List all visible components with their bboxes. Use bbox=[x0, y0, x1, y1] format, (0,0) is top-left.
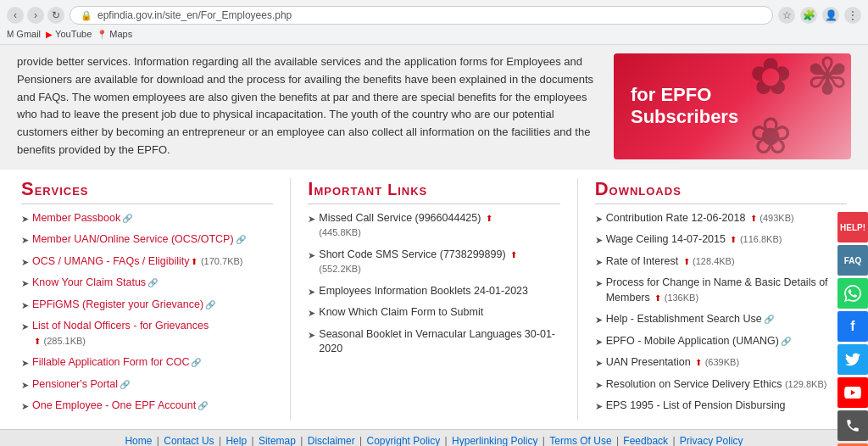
external-icon: 🔗 bbox=[120, 380, 130, 389]
umang-link[interactable]: EPFO - Mobile Application (UMANG) bbox=[606, 335, 779, 347]
banner-subscribers: Subscribers bbox=[631, 106, 738, 128]
columns-section: Services ➤ Member Passbook🔗 ➤ Member UAN… bbox=[0, 168, 868, 429]
missed-call-link[interactable]: Missed Call Service (9966044425) bbox=[319, 212, 481, 224]
list-item: ➤ Short Code SMS Service (7738299899) ⬆ … bbox=[308, 248, 559, 277]
copyright-link[interactable]: Copyright Policy bbox=[367, 435, 441, 446]
pensioners-portal-link[interactable]: Pensioner's Portal bbox=[32, 378, 118, 390]
contact-link[interactable]: Contact Us bbox=[164, 435, 214, 446]
list-item: ➤ Employees Information Booklets 24-01-2… bbox=[308, 284, 559, 299]
list-item: ➤ Resolution on Service Delivery Ethics … bbox=[595, 377, 847, 393]
info-booklets-link[interactable]: Employees Information Booklets 24-01-202… bbox=[319, 285, 528, 297]
member-passbook-link[interactable]: Member Passbook bbox=[32, 212, 120, 224]
banner-for: for EPFO bbox=[631, 84, 711, 106]
profile-button[interactable]: 👤 bbox=[822, 7, 839, 24]
whatsapp-button[interactable] bbox=[837, 278, 868, 309]
arrow-icon: ➤ bbox=[21, 256, 29, 269]
hyperlinking-link[interactable]: Hyperlinking Policy bbox=[452, 435, 537, 446]
disclaimer-link[interactable]: Disclaimer bbox=[308, 435, 355, 446]
bookmark-gmail[interactable]: M Gmail bbox=[7, 29, 41, 39]
sms-service-link[interactable]: Short Code SMS Service (7738299899) bbox=[319, 248, 505, 260]
separator: | bbox=[251, 435, 256, 446]
downloads-column: Downloads ➤ Contribution Rate 12-06-2018… bbox=[591, 178, 851, 421]
arrow-icon: ➤ bbox=[308, 329, 315, 342]
faq-sidebar-button[interactable]: FAQ bbox=[837, 245, 868, 276]
intro-text: provide better services. Information reg… bbox=[17, 53, 597, 159]
claim-status-link[interactable]: Know Your Claim Status bbox=[32, 276, 146, 288]
footer-nav: Home | Contact Us | Help | Sitemap | Dis… bbox=[0, 429, 868, 446]
arrow-icon: ➤ bbox=[21, 213, 29, 226]
list-item: ➤ One Employee - One EPF Account🔗 bbox=[21, 399, 273, 414]
forward-button[interactable]: › bbox=[27, 7, 44, 24]
one-employee-link[interactable]: One Employee - One EPF Account bbox=[32, 399, 196, 411]
sitemap-link[interactable]: Sitemap bbox=[259, 435, 296, 446]
separator: | bbox=[300, 435, 305, 446]
separator: | bbox=[542, 435, 548, 446]
pdf-icon: ⬆ bbox=[654, 293, 661, 303]
column-divider bbox=[577, 178, 578, 421]
arrow-icon: ➤ bbox=[595, 379, 603, 392]
separator: | bbox=[157, 435, 162, 446]
separator: | bbox=[359, 435, 364, 446]
claim-form-link[interactable]: Know Which Claim Form to Submit bbox=[319, 306, 483, 318]
uan-link[interactable]: Member UAN/Online Service (OCS/OTCP) bbox=[32, 233, 234, 245]
list-item: ➤ Know Your Claim Status🔗 bbox=[21, 276, 273, 291]
seasonal-booklet-link[interactable]: Seasonal Booklet in Vernacular Languages… bbox=[319, 328, 555, 355]
help-link[interactable]: Help bbox=[225, 435, 247, 446]
eps-list-link[interactable]: EPS 1995 - List of Pension Disbursing bbox=[606, 399, 786, 411]
address-bar[interactable]: 🔒 epfindia.gov.in/site_en/For_Employees.… bbox=[70, 6, 773, 25]
arrow-icon: ➤ bbox=[308, 249, 315, 262]
reload-button[interactable]: ↻ bbox=[47, 7, 64, 24]
twitter-button[interactable] bbox=[837, 344, 868, 375]
uan-presentation-link[interactable]: UAN Presentation bbox=[606, 356, 691, 368]
facebook-button[interactable]: f bbox=[837, 311, 868, 342]
arrow-icon: ➤ bbox=[21, 379, 29, 392]
services-title: Services bbox=[21, 178, 273, 204]
arrow-icon: ➤ bbox=[595, 314, 603, 326]
extensions-button[interactable]: 🧩 bbox=[800, 7, 817, 24]
pdf-icon: ⬆ bbox=[750, 214, 757, 223]
list-item: ➤ Rate of Interest ⬆ (128.4KB) bbox=[595, 254, 847, 270]
help-sidebar-button[interactable]: HELP! bbox=[837, 212, 868, 243]
arrow-icon: ➤ bbox=[595, 234, 603, 247]
resolution-link[interactable]: Resolution on Service Delivery Ethics bbox=[606, 378, 782, 390]
phone-button[interactable] bbox=[837, 410, 868, 441]
column-divider bbox=[290, 178, 291, 421]
top-section: provide better services. Information reg… bbox=[0, 45, 868, 168]
arrow-icon: ➤ bbox=[21, 321, 29, 333]
bookmark-maps[interactable]: 📍 Maps bbox=[97, 29, 132, 39]
bookmark-button[interactable]: ☆ bbox=[778, 7, 795, 24]
rate-interest-link[interactable]: Rate of Interest bbox=[606, 255, 678, 267]
separator: | bbox=[672, 435, 677, 446]
gmail-icon: M bbox=[7, 30, 14, 39]
back-button[interactable]: ‹ bbox=[7, 7, 24, 24]
maps-label: Maps bbox=[109, 29, 132, 39]
arrow-icon: ➤ bbox=[21, 277, 29, 290]
feedback-link[interactable]: Feedback bbox=[623, 435, 668, 446]
gmail-label: Gmail bbox=[16, 29, 41, 39]
nodal-officers-link[interactable]: List of Nodal Officers - for Grievances bbox=[32, 320, 209, 332]
ocs-link[interactable]: OCS / UMANG - FAQs / Eligibility bbox=[32, 255, 189, 267]
change-name-link[interactable]: Process for Change in Name & Basic Detai… bbox=[606, 276, 828, 304]
bookmark-youtube[interactable]: ▶ YouTube bbox=[46, 29, 92, 39]
youtube-label: YouTube bbox=[55, 29, 92, 39]
list-item: ➤ Help - Establishment Search Use🔗 bbox=[595, 312, 847, 327]
list-item: ➤ Member UAN/Online Service (OCS/OTCP)🔗 bbox=[21, 232, 273, 248]
downloads-title: Downloads bbox=[595, 178, 847, 204]
terms-link[interactable]: Terms Of Use bbox=[549, 435, 611, 446]
coc-form-link[interactable]: Fillable Application Form for COC bbox=[32, 356, 189, 368]
arrow-icon: ➤ bbox=[21, 234, 29, 247]
external-icon: 🔗 bbox=[147, 278, 158, 287]
important-links-title: Important Links bbox=[308, 178, 559, 204]
privacy-link[interactable]: Privacy Policy bbox=[680, 435, 743, 446]
epfigms-link[interactable]: EPFiGMS (Register your Grievance) bbox=[32, 298, 203, 310]
menu-button[interactable]: ⋮ bbox=[844, 7, 861, 24]
youtube-button[interactable] bbox=[837, 377, 868, 408]
important-links-column: Important Links ➤ Missed Call Service (9… bbox=[303, 178, 564, 421]
wage-ceiling-link[interactable]: Wage Ceiling 14-07-2015 bbox=[606, 233, 726, 245]
contribution-rate-link[interactable]: Contribution Rate 12-06-2018 bbox=[606, 212, 746, 224]
separator: | bbox=[445, 435, 448, 446]
home-link[interactable]: Home bbox=[125, 435, 152, 446]
arrow-icon: ➤ bbox=[21, 299, 29, 312]
external-icon: 🔗 bbox=[191, 358, 201, 367]
help-establishment-link[interactable]: Help - Establishment Search Use bbox=[606, 313, 762, 325]
